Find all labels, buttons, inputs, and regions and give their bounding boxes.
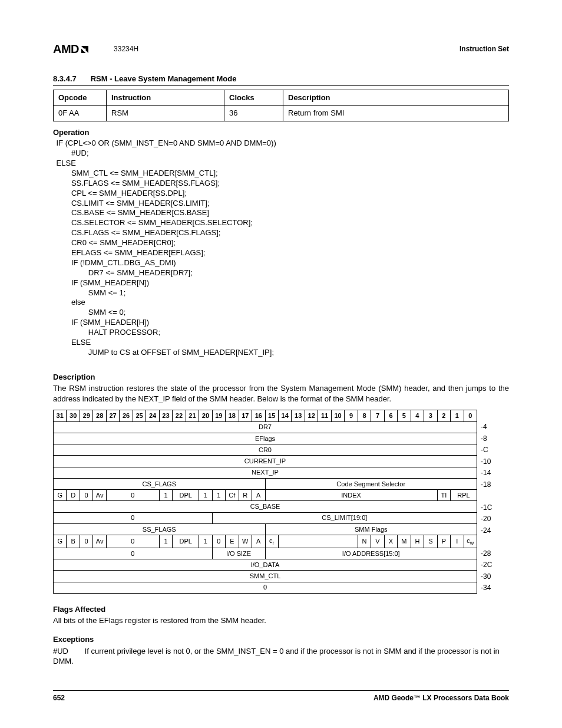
page-header: AMD 33234H Instruction Set [53,41,509,57]
row-smm-ctl: SMM_CTL [54,571,477,582]
page-number: 652 [53,693,65,703]
row-eflags: EFlags [54,433,477,444]
exception-entry: #UD If current privilege level is not 0,… [53,646,509,667]
description-heading: Description [53,372,509,383]
cr-cell: cr [265,535,278,548]
row-cs-limit: CS_LIMIT[19:0] [212,512,477,523]
page-footer: 652 AMD Geode™ LX Processors Data Book [53,690,509,703]
row-smm-flags: SMM Flags [265,523,477,535]
th-opcode: Opcode [54,90,107,106]
td-clocks: 36 [224,106,283,121]
th-instruction: Instruction [107,90,224,106]
bit-layout-diagram: 31302928 27262524 23222120 19181716 1514… [53,410,509,594]
operation-heading: Operation [53,127,509,138]
th-clocks: Clocks [224,90,283,106]
td-instruction: RSM [107,106,224,121]
exceptions-heading: Exceptions [53,634,509,645]
amd-logo: AMD [53,41,90,57]
offset-label [481,536,492,548]
row-ss-flags: SS_FLAGS [54,523,266,535]
offset-column: -4 -8 -C -10 -14 -18 -1C -20 -24 -28 -2C… [477,410,492,594]
section-header-right: Instruction Set [459,44,509,54]
row-cs-flags: CS_FLAGS [54,478,266,489]
table-row: 0F AA RSM 36 Return from SMI [54,106,509,121]
offset-label: -14 [481,467,492,479]
row-css: Code Segment Selector [265,478,477,489]
cw-cell: cw [464,535,477,548]
offset-label: -C [481,444,492,456]
doc-number: 33234H [114,44,138,54]
row-cs-base: CS_BASE [54,501,477,512]
operation-code: IF (CPL<>0 OR (SMM_INST_EN=0 AND SMM=0 A… [54,139,509,358]
exception-code: #UD [53,646,82,657]
offset-label [481,490,492,502]
opcode-table: Opcode Instruction Clocks Description 0F… [53,90,509,121]
offset-label: -24 [481,525,492,536]
logo-text: AMD [53,41,79,57]
flags-heading: Flags Affected [53,604,509,615]
offset-label: -34 [481,582,492,594]
flags-text: All bits of the EFlags register is resto… [53,615,509,626]
bit-table: 31302928 27262524 23222120 19181716 1514… [53,410,477,594]
row-cr0: CR0 [54,444,477,456]
row-next-ip: NEXT_IP [54,467,477,478]
offset-label: -1C [481,502,492,513]
offset-label: -8 [481,433,492,444]
offset-label: -4 [481,421,492,433]
td-opcode: 0F AA [54,106,107,121]
offset-label: -30 [481,571,492,582]
footer-title: AMD Geode™ LX Processors Data Book [373,693,509,703]
exception-text: If current privilege level is not 0, or … [53,647,500,666]
bit-header-row: 31302928 27262524 23222120 19181716 1514… [54,410,477,421]
row-zero: 0 [54,582,477,593]
section-title: 8.3.4.7 RSM - Leave System Management Mo… [53,74,509,86]
th-description: Description [283,90,509,106]
offset-label: -2C [481,559,492,571]
description-text: The RSM instruction restores the state o… [53,383,509,404]
offset-label: -10 [481,456,492,467]
offset-label: -20 [481,513,492,525]
row-dr7: DR7 [54,421,477,433]
offset-label: -28 [481,548,492,559]
row-current-ip: CURRENT_IP [54,456,477,467]
row-io-data: I/O_DATA [54,559,477,571]
td-description: Return from SMI [283,106,509,121]
section-number: 8.3.4.7 [53,74,88,84]
offset-label: -18 [481,479,492,490]
amd-arrow-icon [80,44,90,55]
section-name: RSM - Leave System Management Mode [91,74,237,83]
